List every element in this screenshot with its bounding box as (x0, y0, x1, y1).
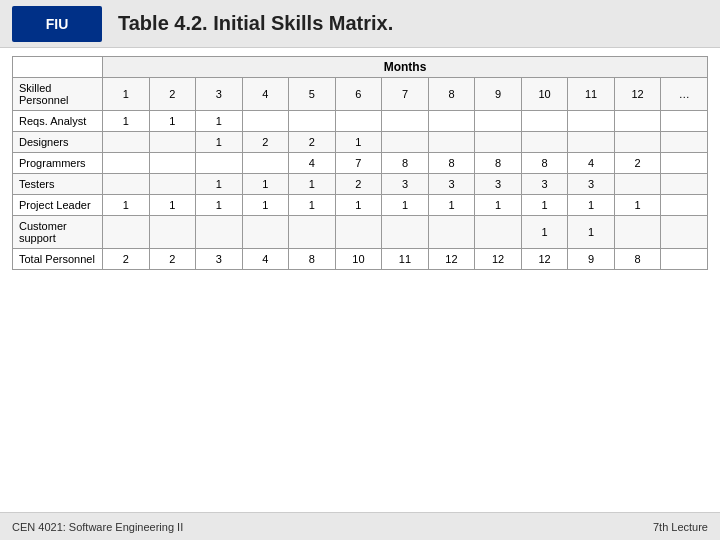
cell: 3 (475, 174, 522, 195)
cell: 1 (149, 111, 196, 132)
cell (661, 174, 708, 195)
cell: 1 (103, 195, 150, 216)
cell: 8 (289, 249, 336, 270)
cell: 1 (428, 195, 475, 216)
cell (475, 132, 522, 153)
cell: 1 (196, 111, 243, 132)
col-header-4: 4 (242, 78, 289, 111)
cell: 3 (568, 174, 615, 195)
cell (614, 216, 661, 249)
lecture-label: 7th Lecture (653, 521, 708, 533)
cell (149, 174, 196, 195)
cell: 2 (289, 132, 336, 153)
cell (196, 216, 243, 249)
cell: 9 (568, 249, 615, 270)
row-label: Designers (13, 132, 103, 153)
fiu-logo: FIU (12, 6, 102, 42)
col-header-2: 2 (149, 78, 196, 111)
cell: 4 (242, 249, 289, 270)
cell: 2 (103, 249, 150, 270)
cell (614, 132, 661, 153)
cell: 1 (335, 195, 382, 216)
cell (428, 111, 475, 132)
cell (103, 153, 150, 174)
cell: 1 (196, 132, 243, 153)
cell (661, 111, 708, 132)
cell (103, 132, 150, 153)
cell (475, 216, 522, 249)
table-row: Project Leader111111111111 (13, 195, 708, 216)
cell (661, 195, 708, 216)
cell (614, 174, 661, 195)
cell (149, 132, 196, 153)
cell (335, 216, 382, 249)
table-row: Customer support11 (13, 216, 708, 249)
cell: 2 (614, 153, 661, 174)
col-header-11: 11 (568, 78, 615, 111)
cell: 3 (382, 174, 429, 195)
col-header-3: 3 (196, 78, 243, 111)
cell: 4 (568, 153, 615, 174)
row-label: Customer support (13, 216, 103, 249)
cell: 8 (475, 153, 522, 174)
col-header-6: 6 (335, 78, 382, 111)
col-header-8: 8 (428, 78, 475, 111)
cell: 1 (242, 174, 289, 195)
cell: 1 (196, 174, 243, 195)
cell (196, 153, 243, 174)
cell (242, 111, 289, 132)
cell (335, 111, 382, 132)
cell (103, 174, 150, 195)
cell: 1 (568, 195, 615, 216)
col-header-1: 1 (103, 78, 150, 111)
row-label: Project Leader (13, 195, 103, 216)
cell (614, 111, 661, 132)
table-row: Programmers47888842 (13, 153, 708, 174)
cell (289, 111, 336, 132)
col-header-ellipsis: … (661, 78, 708, 111)
cell: 8 (382, 153, 429, 174)
cell: 3 (428, 174, 475, 195)
cell: 1 (335, 132, 382, 153)
main-content: Months Skilled Personnel 1 2 3 4 5 6 7 8… (0, 48, 720, 278)
cell (242, 216, 289, 249)
cell (242, 153, 289, 174)
cell (475, 111, 522, 132)
footer: CEN 4021: Software Engineering II 7th Le… (0, 512, 720, 540)
row-label: Programmers (13, 153, 103, 174)
cell: 1 (289, 174, 336, 195)
table-row: Total Personnel22348101112121298 (13, 249, 708, 270)
cell: 8 (521, 153, 568, 174)
table-row: Designers1221 (13, 132, 708, 153)
col-header-7: 7 (382, 78, 429, 111)
skills-matrix-table: Months Skilled Personnel 1 2 3 4 5 6 7 8… (12, 56, 708, 270)
cell: 1 (242, 195, 289, 216)
header-empty-cell (13, 57, 103, 78)
table-row: Testers111233333 (13, 174, 708, 195)
cell (568, 132, 615, 153)
cell (521, 132, 568, 153)
cell (382, 132, 429, 153)
cell (149, 216, 196, 249)
cell (382, 216, 429, 249)
cell: 1 (614, 195, 661, 216)
page-title: Table 4.2. Initial Skills Matrix. (118, 12, 393, 35)
col-header-12: 12 (614, 78, 661, 111)
cell: 1 (521, 195, 568, 216)
cell: 1 (568, 216, 615, 249)
months-header: Months (103, 57, 708, 78)
cell: 1 (196, 195, 243, 216)
cell: 1 (475, 195, 522, 216)
cell: 3 (196, 249, 243, 270)
row-label: Testers (13, 174, 103, 195)
cell (149, 153, 196, 174)
cell (428, 132, 475, 153)
cell: 2 (242, 132, 289, 153)
cell: 11 (382, 249, 429, 270)
cell: 1 (521, 216, 568, 249)
logo-area: FIU (12, 6, 102, 42)
row-label: Total Personnel (13, 249, 103, 270)
cell (661, 153, 708, 174)
header: FIU Table 4.2. Initial Skills Matrix. (0, 0, 720, 48)
col-header-5: 5 (289, 78, 336, 111)
